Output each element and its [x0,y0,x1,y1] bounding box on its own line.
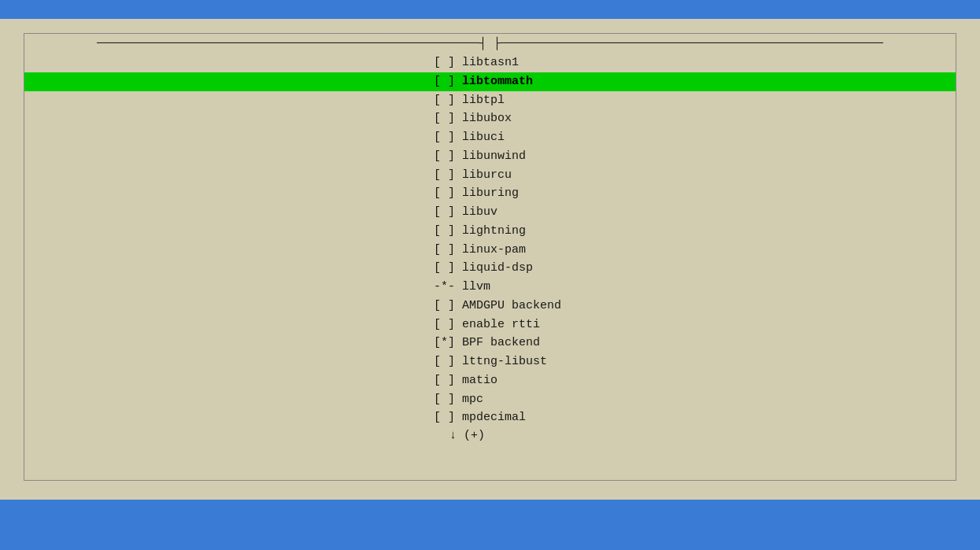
item-label: libtasn1 [462,56,519,69]
menu-item-mpdecimal[interactable]: [ ] mpdecimal [24,408,956,427]
item-label: lttng-libust [462,355,547,368]
item-label: AMDGPU backend [462,299,561,312]
item-marker: [ ] [434,299,455,312]
item-label: liburing [462,186,519,200]
item-marker: [ ] [434,131,455,144]
item-label: lightning [462,224,526,238]
item-label: libtommath [462,75,533,88]
menu-item-lightning[interactable]: [ ] lightning [24,222,956,241]
item-label: mpc [462,393,483,406]
item-marker: [ ] [434,355,455,368]
page-title [0,13,980,19]
item-label: libuv [462,205,497,219]
item-marker: [ ] [434,149,455,163]
item-marker: [ ] [434,243,455,257]
menu-item-liquid-dsp[interactable]: [ ] liquid-dsp [24,259,956,278]
item-label: BPF backend [462,336,540,349]
item-label: enable rtti [462,318,540,331]
menu-item-liburcu[interactable]: [ ] liburcu [24,166,956,185]
item-marker: [ ] [434,75,455,88]
item-marker: [ ] [434,186,455,200]
breadcrumb [0,0,980,13]
item-label: liburcu [462,168,512,182]
menu-item-llvm[interactable]: -*- llvm [24,278,956,297]
menu-item-matio[interactable]: [ ] matio [24,371,956,390]
menu-item-libuv[interactable]: [ ] libuv [24,203,956,222]
item-marker: [ ] [434,168,455,182]
menu-box: ────────────────────────────────────────… [24,33,956,481]
menu-item-libtommath[interactable]: [ ] libtommath [24,72,956,91]
item-marker: [ ] [434,261,455,275]
scroll-down-indicator: ↓ (+) [24,427,956,445]
item-label: liquid-dsp [462,261,533,275]
menu-item-libtpl[interactable]: [ ] libtpl [24,91,956,110]
item-label: matio [462,374,497,387]
item-marker: [ ] [434,318,455,331]
menu-item-libunwind[interactable]: [ ] libunwind [24,147,956,166]
menu-title: ────────────────────────────────────────… [24,37,956,54]
menu-items-container: [ ] libtasn1[ ] libtommath[ ] libtpl[ ] … [24,54,956,427]
menu-item-libubox[interactable]: [ ] libubox [24,109,956,128]
item-label: llvm [462,280,490,293]
item-marker: [ ] [434,56,455,69]
item-marker: -*- [434,280,455,293]
menu-item-enable-rtti[interactable]: [ ] enable rtti [24,316,956,334]
menu-item-bpf-backend[interactable]: [*] BPF backend [24,334,956,353]
item-label: mpdecimal [462,411,526,424]
item-label: libtpl [462,94,505,107]
menu-item-lttng-libust[interactable]: [ ] lttng-libust [24,353,956,371]
item-marker: [ ] [434,411,455,424]
menu-item-liburing[interactable]: [ ] liburing [24,184,956,203]
menu-item-mpc[interactable]: [ ] mpc [24,390,956,409]
item-marker: [*] [434,336,455,349]
item-marker: [ ] [434,393,455,406]
item-marker: [ ] [434,374,455,387]
item-marker: [ ] [434,112,455,125]
item-label: libunwind [462,149,526,163]
item-marker: [ ] [434,205,455,219]
info-bar [0,19,980,25]
menu-item-amdgpu-backend[interactable]: [ ] AMDGPU backend [24,297,956,316]
item-label: libuci [462,131,505,144]
item-label: libubox [462,112,512,125]
item-label: linux-pam [462,243,526,257]
menu-item-linux-pam[interactable]: [ ] linux-pam [24,241,956,260]
menu-item-libuci[interactable]: [ ] libuci [24,128,956,147]
menu-item-libtasn1[interactable]: [ ] libtasn1 [24,54,956,72]
item-marker: [ ] [434,94,455,107]
item-marker: [ ] [434,224,455,238]
main-content: ────────────────────────────────────────… [0,25,980,489]
